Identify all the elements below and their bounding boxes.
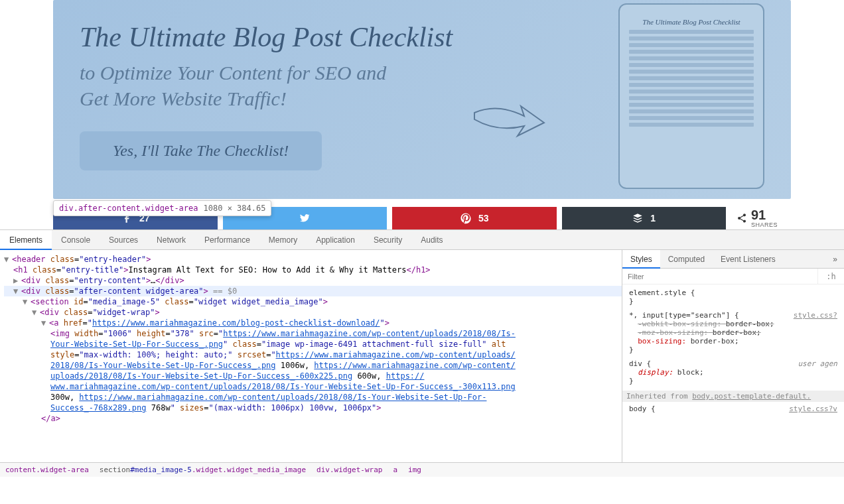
- pin-count: 53: [478, 213, 489, 223]
- dom-tree[interactable]: ▼<header class="entry-header"> <h1 class…: [0, 250, 622, 462]
- inherited-from-bar: Inherited from body.post-template-defaul…: [622, 391, 844, 402]
- dom-breadcrumb[interactable]: content.widget-area section#media_image-…: [0, 462, 844, 477]
- tab-security[interactable]: Security: [364, 230, 411, 250]
- breadcrumb-item[interactable]: a: [393, 463, 397, 477]
- share-total-label: SHARES: [751, 221, 778, 228]
- tab-event-listeners[interactable]: Event Listeners: [713, 250, 784, 269]
- toggle-icon[interactable]: ▶: [13, 276, 21, 285]
- h1-text: Instagram Alt Text for SEO: How to Add i…: [128, 265, 406, 275]
- srcset-link[interactable]: www.mariahmagazine.com/wp-content/upload…: [50, 382, 516, 391]
- buf-count: 1: [650, 213, 656, 223]
- share-pinterest-button[interactable]: 53: [392, 207, 557, 229]
- devtools-main: ▼<header class="entry-header"> <h1 class…: [0, 250, 844, 462]
- cta-button[interactable]: Yes, I'll Take The Checklist!: [80, 131, 322, 170]
- tab-audits[interactable]: Audits: [411, 230, 452, 250]
- srcset-link[interactable]: uploads/2018/08/Is-Your-Website-Set-Up-F…: [50, 371, 352, 381]
- banner-text-block: The Ultimate Blog Post Checklist to Opti…: [80, 22, 605, 170]
- srcset-link[interactable]: Success_-768x289.png: [50, 403, 147, 412]
- pinterest-icon: [460, 212, 472, 224]
- share-buffer-button[interactable]: 1: [562, 207, 727, 229]
- tab-application[interactable]: Application: [307, 230, 364, 250]
- toggle-icon[interactable]: ▼: [23, 297, 31, 306]
- href-link[interactable]: https://www.mariahmagazine.com/blog-post…: [92, 318, 380, 328]
- checklist-banner: The Ultimate Blog Post Checklist to Opti…: [53, 0, 791, 199]
- styles-rules[interactable]: element.style { } style.css? *, input[ty…: [622, 284, 844, 422]
- tooltip-selector: div.after-content.widget-area: [59, 204, 198, 213]
- toggle-icon[interactable]: ▼: [41, 318, 49, 328]
- tab-elements[interactable]: Elements: [0, 230, 52, 250]
- breadcrumb-item[interactable]: content.widget-area: [5, 463, 89, 477]
- filter-input[interactable]: [622, 269, 817, 284]
- twitter-icon: [299, 212, 311, 224]
- stylesheet-link[interactable]: style.css?: [794, 311, 837, 320]
- buffer-icon: [632, 212, 644, 224]
- tooltip-dimensions: 1080 × 384.65: [204, 204, 266, 213]
- element-tooltip: div.after-content.widget-area 1080 × 384…: [53, 200, 271, 216]
- tab-computed[interactable]: Computed: [660, 250, 713, 269]
- tab-sources[interactable]: Sources: [100, 230, 147, 250]
- tablet-graphic: The Ultimate Blog Post Checklist: [618, 3, 764, 189]
- styles-tabs: Styles Computed Event Listeners »: [622, 250, 844, 269]
- styles-filter: :h: [622, 269, 844, 284]
- devtools-panel: Elements Console Sources Network Perform…: [0, 229, 844, 477]
- tab-memory[interactable]: Memory: [259, 230, 307, 250]
- tab-styles[interactable]: Styles: [622, 250, 660, 269]
- tab-console[interactable]: Console: [52, 230, 100, 250]
- tab-network[interactable]: Network: [147, 230, 195, 250]
- styles-panel: Styles Computed Event Listeners » :h ele…: [622, 250, 844, 462]
- devtools-tabs: Elements Console Sources Network Perform…: [0, 230, 844, 250]
- src-link[interactable]: Your-Website-Set-Up-For-Success_.png: [50, 340, 223, 349]
- srcset-link[interactable]: https://www.mariahmagazine.com/wp-conten…: [314, 361, 515, 370]
- srcset-link[interactable]: https://www.mariahmagazine.com/wp-conten…: [79, 393, 486, 402]
- page-content: The Ultimate Blog Post Checklist to Opti…: [0, 0, 844, 199]
- arrow-icon: [471, 99, 557, 146]
- share-total: 91 SHARES: [731, 208, 791, 228]
- selected-node[interactable]: ▼<div class="after-content widget-area">…: [4, 286, 622, 296]
- breadcrumb-item[interactable]: div.widget-wrap: [316, 463, 382, 477]
- share-icon: [737, 213, 747, 223]
- toggle-icon[interactable]: ▼: [13, 286, 21, 296]
- stylesheet-link[interactable]: style.css?v: [789, 405, 837, 413]
- toggle-icon[interactable]: ▼: [32, 308, 40, 317]
- breadcrumb-item[interactable]: img: [408, 463, 421, 477]
- banner-title: The Ultimate Blog Post Checklist: [80, 22, 605, 52]
- hover-toggle[interactable]: :h: [817, 269, 844, 284]
- srcset-link[interactable]: https://www.mariahmagazine.com/wp-conten…: [276, 350, 516, 359]
- srcset-link[interactable]: https://: [386, 371, 425, 381]
- srcset-link[interactable]: 2018/08/Is-Your-Website-Set-Up-For-Succe…: [50, 361, 276, 370]
- tab-performance[interactable]: Performance: [195, 230, 259, 250]
- breadcrumb-item[interactable]: section#media_image-5.widget.widget_medi…: [100, 463, 306, 477]
- toggle-icon[interactable]: ▼: [4, 255, 12, 264]
- share-total-number: 91: [751, 208, 778, 221]
- src-link[interactable]: https://www.mariahmagazine.com/wp-conten…: [223, 329, 516, 338]
- share-bar: div.after-content.widget-area 1080 × 384…: [0, 207, 844, 229]
- more-tabs-icon[interactable]: »: [826, 250, 844, 269]
